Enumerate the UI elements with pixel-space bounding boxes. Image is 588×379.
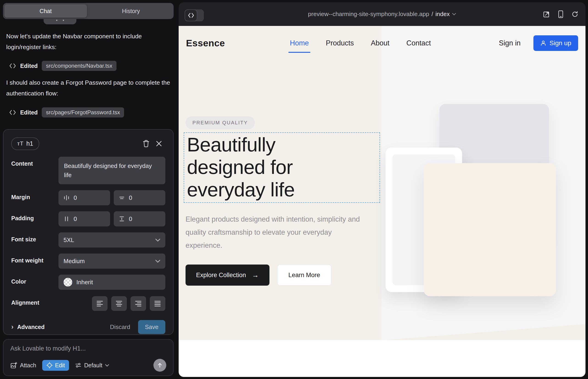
color-select[interactable]: Inherit bbox=[59, 275, 165, 290]
align-left-button[interactable] bbox=[92, 296, 108, 311]
padding-horizontal-icon bbox=[63, 216, 69, 222]
edited-file-row: Edited src/pages/ForgotPassword.tsx bbox=[9, 107, 124, 117]
sliders-icon bbox=[75, 362, 81, 368]
scrolled-message-peek bbox=[44, 19, 76, 24]
vertical-spacing-icon bbox=[119, 195, 125, 201]
nav-link-contact[interactable]: Contact bbox=[406, 39, 431, 47]
assistant-message: Now let's update the Navbar component to… bbox=[6, 31, 170, 52]
tab-chat[interactable]: Chat bbox=[4, 4, 87, 18]
chat-composer: Attach Edit bbox=[3, 339, 174, 376]
chat-sidebar: Chat History Now let's update the Navbar… bbox=[0, 0, 178, 379]
content-input[interactable]: Beautifully designed for everyday life bbox=[59, 157, 165, 184]
padding-label: Padding bbox=[11, 211, 59, 226]
discard-button[interactable]: Discard bbox=[110, 323, 130, 331]
open-external-icon[interactable] bbox=[543, 11, 550, 18]
refresh-icon[interactable] bbox=[571, 11, 579, 18]
attach-button[interactable]: Attach bbox=[10, 362, 36, 369]
preview-pane: preview--charming-site-symphony.lovable.… bbox=[179, 2, 586, 377]
code-icon bbox=[9, 63, 16, 69]
alignment-label: Alignment bbox=[11, 296, 59, 311]
url-domain: preview--charming-site-symphony.lovable.… bbox=[308, 11, 429, 18]
padding-vertical-icon bbox=[119, 216, 125, 222]
margin-x-input[interactable]: 0 bbox=[59, 190, 110, 205]
margin-y-input[interactable]: 0 bbox=[114, 190, 165, 205]
font-weight-label: Font weight bbox=[11, 253, 59, 269]
mobile-preview-icon[interactable] bbox=[558, 10, 563, 18]
color-swatch bbox=[63, 278, 72, 286]
target-icon bbox=[46, 362, 53, 368]
arrow-right-icon: → bbox=[252, 271, 259, 279]
font-size-label: Font size bbox=[11, 232, 59, 248]
edited-file-chip[interactable]: src/pages/ForgotPassword.tsx bbox=[42, 107, 124, 117]
edited-file-row: Edited src/components/Navbar.tsx bbox=[9, 61, 117, 71]
selected-h1-outline[interactable]: Beautifully designed for everyday life bbox=[184, 132, 380, 203]
url-path[interactable]: index bbox=[435, 11, 450, 18]
chevron-down-icon bbox=[155, 238, 160, 242]
explore-collection-button[interactable]: Explore Collection → bbox=[186, 265, 269, 286]
edited-label: Edited bbox=[20, 63, 38, 69]
decorative-card-cream bbox=[424, 163, 556, 296]
padding-x-input[interactable]: 0 bbox=[59, 211, 110, 226]
element-tag: h1 bbox=[26, 140, 33, 147]
color-label: Color bbox=[11, 275, 59, 290]
selected-element-badge[interactable]: ᴛT h1 bbox=[11, 137, 39, 150]
chevron-down-icon bbox=[155, 260, 160, 263]
element-editor-panel: ᴛT h1 Content Beautifully designed for e… bbox=[3, 129, 174, 335]
site-preview: Essence Home Products About Contact Sign… bbox=[179, 26, 586, 377]
edited-file-chip[interactable]: src/components/Navbar.tsx bbox=[42, 61, 116, 71]
align-justify-button[interactable] bbox=[150, 296, 165, 311]
attach-image-icon bbox=[10, 362, 17, 369]
tab-history[interactable]: History bbox=[90, 4, 172, 18]
hero-paragraph: Elegant products designed with intention… bbox=[186, 213, 369, 252]
font-weight-select[interactable]: Medium bbox=[59, 253, 165, 269]
assistant-message: I should also create a Forgot Password p… bbox=[6, 77, 170, 99]
advanced-toggle[interactable]: › Advanced bbox=[11, 324, 45, 331]
type-icon: ᴛT bbox=[17, 141, 24, 147]
align-center-button[interactable] bbox=[111, 296, 127, 311]
horizontal-spacing-icon bbox=[63, 195, 69, 201]
model-default-select[interactable]: Default bbox=[75, 362, 109, 369]
edited-label: Edited bbox=[20, 109, 38, 116]
content-label: Content bbox=[11, 157, 59, 184]
hero-heading[interactable]: Beautifully designed for everyday life bbox=[187, 133, 352, 201]
padding-y-input[interactable]: 0 bbox=[114, 211, 165, 226]
chat-input[interactable] bbox=[10, 345, 166, 355]
send-button[interactable] bbox=[154, 359, 166, 372]
preview-url[interactable]: preview--charming-site-symphony.lovable.… bbox=[308, 11, 456, 18]
code-preview-toggle[interactable] bbox=[185, 9, 204, 21]
nav-link-about[interactable]: About bbox=[371, 39, 389, 47]
code-icon[interactable] bbox=[185, 9, 197, 21]
learn-more-button[interactable]: Learn More bbox=[277, 265, 331, 286]
nav-link-products[interactable]: Products bbox=[326, 39, 354, 47]
align-right-button[interactable] bbox=[130, 296, 146, 311]
user-icon bbox=[540, 40, 546, 46]
chat-history-tabbar: Chat History bbox=[3, 3, 174, 19]
site-logo[interactable]: Essence bbox=[186, 38, 225, 49]
edit-mode-button[interactable]: Edit bbox=[42, 360, 69, 371]
premium-quality-badge: PREMIUM QUALITY bbox=[186, 116, 255, 129]
site-navbar: Essence Home Products About Contact Sign… bbox=[179, 26, 586, 60]
save-button[interactable]: Save bbox=[138, 320, 165, 334]
sign-up-button[interactable]: Sign up bbox=[533, 35, 578, 51]
nav-link-home[interactable]: Home bbox=[290, 39, 309, 47]
delete-element-button[interactable] bbox=[140, 137, 153, 150]
font-size-select[interactable]: 5XL bbox=[59, 232, 165, 248]
chevron-right-icon: › bbox=[11, 323, 14, 330]
margin-label: Margin bbox=[11, 190, 59, 205]
code-icon bbox=[9, 110, 16, 115]
preview-chrome-bar: preview--charming-site-symphony.lovable.… bbox=[179, 2, 586, 26]
close-icon[interactable] bbox=[153, 137, 165, 150]
sign-in-link[interactable]: Sign in bbox=[499, 39, 521, 47]
url-separator: / bbox=[432, 11, 433, 18]
